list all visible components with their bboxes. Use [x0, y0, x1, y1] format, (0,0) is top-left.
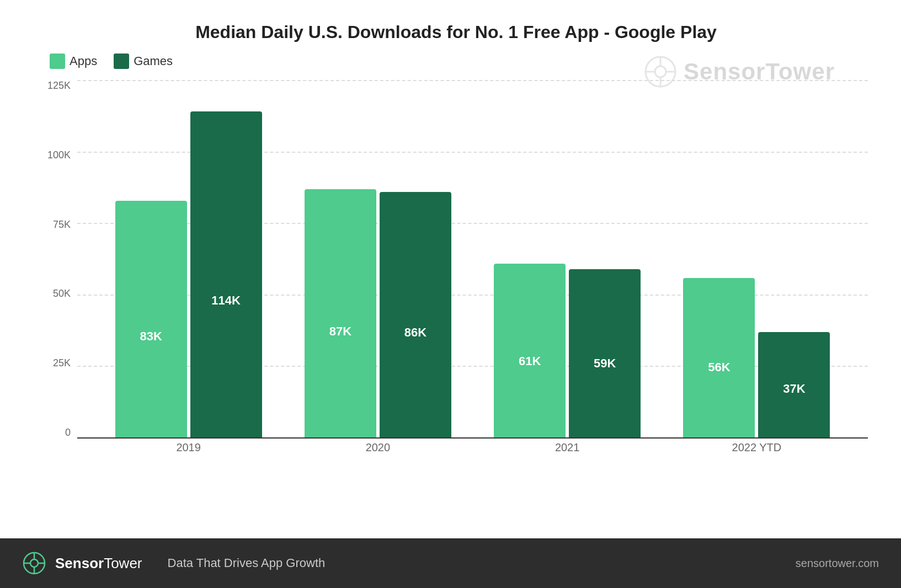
- bar-group-2022: 56K 37K: [662, 278, 851, 439]
- bar-2019-apps: 83K: [115, 201, 187, 439]
- bar-wrapper-2019-games: 114K: [190, 111, 262, 439]
- legend-apps: Apps: [50, 54, 97, 69]
- svg-point-7: [30, 559, 38, 567]
- y-label-25k: 25K: [53, 357, 71, 369]
- footer-brand-tower: Tower: [104, 555, 142, 571]
- x-label-2020: 2020: [283, 439, 472, 455]
- bar-2020-apps: 87K: [305, 189, 376, 439]
- bars-area: 83K 114K 87K: [77, 80, 868, 439]
- chart-inner: 83K 114K 87K: [77, 80, 868, 455]
- chart-title: Median Daily U.S. Downloads for No. 1 Fr…: [44, 22, 868, 42]
- chart-area: 125K 100K 75K 50K 25K 0 83K: [44, 80, 868, 455]
- svg-point-1: [655, 66, 666, 77]
- legend-games-label: Games: [134, 54, 173, 68]
- bar-label-2019-games: 114K: [211, 293, 241, 308]
- footer-logo-icon: [22, 551, 46, 575]
- footer-left: SensorTower Data That Drives App Growth: [22, 551, 325, 575]
- bar-label-2021-apps: 61K: [519, 354, 541, 368]
- footer-tagline: Data That Drives App Growth: [168, 556, 326, 570]
- x-label-2021: 2021: [473, 439, 662, 455]
- bar-group-2020: 87K 86K: [283, 189, 472, 439]
- bar-2020-games: 86K: [380, 192, 451, 439]
- bar-label-2020-apps: 87K: [329, 324, 351, 339]
- legend-games: Games: [114, 54, 173, 69]
- y-label-100k: 100K: [47, 149, 71, 161]
- footer: SensorTower Data That Drives App Growth …: [0, 538, 901, 588]
- bar-wrapper-2020-games: 86K: [380, 192, 451, 439]
- y-label-0: 0: [65, 427, 71, 439]
- y-label-50k: 50K: [53, 288, 71, 300]
- legend-games-color: [114, 54, 129, 69]
- x-label-2022: 2022 YTD: [662, 439, 851, 455]
- chart-container: Median Daily U.S. Downloads for No. 1 Fr…: [0, 0, 901, 538]
- footer-brand: SensorTower: [55, 555, 142, 572]
- y-axis: 125K 100K 75K 50K 25K 0: [44, 80, 77, 455]
- bar-label-2020-games: 86K: [404, 325, 426, 340]
- bar-label-2022-games: 37K: [783, 382, 805, 396]
- bar-label-2022-apps: 56K: [708, 360, 730, 375]
- bar-2022-games: 37K: [758, 332, 830, 439]
- footer-brand-sensor: Sensor: [55, 555, 104, 571]
- y-label-75k: 75K: [53, 219, 71, 231]
- bar-label-2019-apps: 83K: [140, 329, 162, 344]
- bar-2021-games: 59K: [569, 269, 641, 439]
- bar-2019-games: 114K: [190, 111, 262, 439]
- bar-label-2021-games: 59K: [594, 356, 616, 371]
- bar-group-2021: 61K 59K: [473, 264, 662, 439]
- x-axis: 2019 2020 2021 2022 YTD: [77, 439, 868, 455]
- legend-apps-color: [50, 54, 65, 69]
- footer-url: sensortower.com: [796, 557, 879, 570]
- bar-wrapper-2020-apps: 87K: [305, 189, 376, 439]
- legend-apps-label: Apps: [70, 54, 97, 68]
- bar-wrapper-2022-apps: 56K: [683, 278, 755, 439]
- bar-2022-apps: 56K: [683, 278, 755, 439]
- bar-wrapper-2019-apps: 83K: [115, 201, 187, 439]
- bar-group-2019: 83K 114K: [94, 111, 283, 439]
- bar-wrapper-2022-games: 37K: [758, 332, 830, 439]
- x-label-2019: 2019: [94, 439, 283, 455]
- bar-2021-apps: 61K: [494, 264, 566, 439]
- y-label-125k: 125K: [47, 80, 71, 92]
- bar-wrapper-2021-apps: 61K: [494, 264, 566, 439]
- bar-wrapper-2021-games: 59K: [569, 269, 641, 439]
